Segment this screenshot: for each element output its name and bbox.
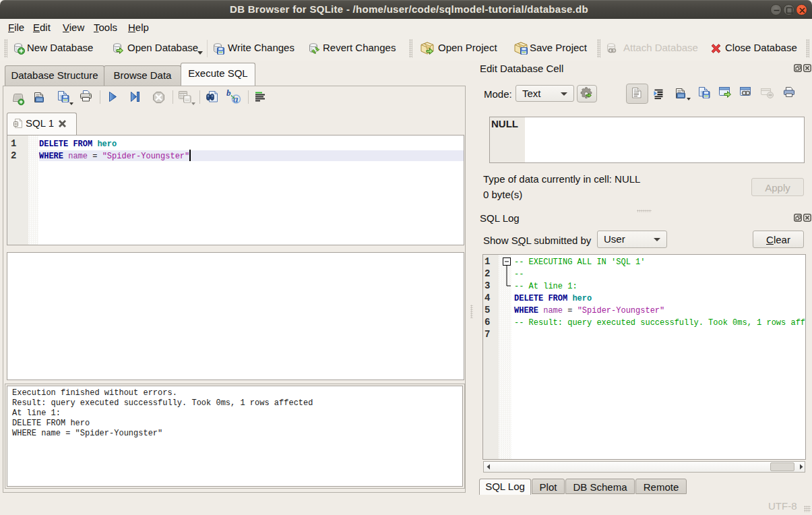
svg-text:b: b [226, 89, 231, 98]
